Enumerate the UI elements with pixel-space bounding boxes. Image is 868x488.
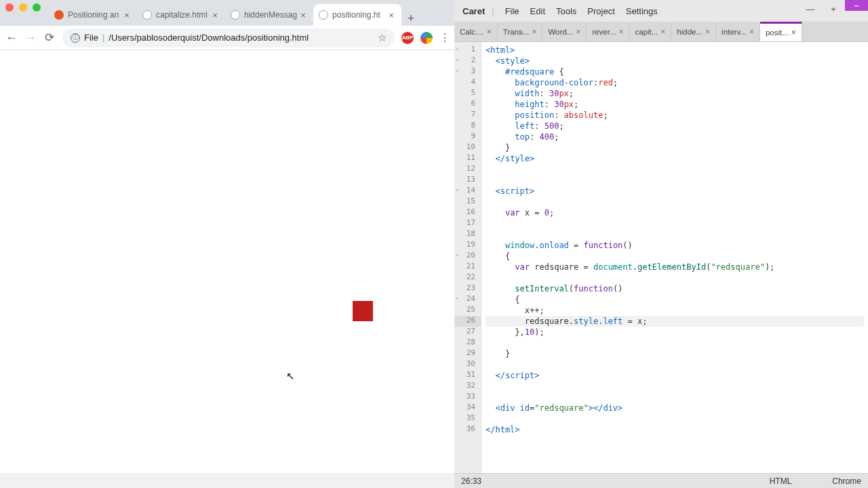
browser-tab[interactable]: positioning.ht×: [313, 4, 401, 26]
close-tab-icon[interactable]: ×: [122, 10, 132, 20]
file-tab[interactable]: capit...×: [629, 22, 671, 41]
close-file-icon[interactable]: ×: [660, 27, 665, 37]
code-line: window.onload = function(): [486, 240, 864, 251]
globe-favicon-icon: [231, 10, 240, 20]
file-tab[interactable]: interv...×: [716, 22, 760, 41]
close-file-icon[interactable]: ×: [791, 28, 796, 37]
line-number: 9: [454, 131, 481, 142]
fold-toggle-icon[interactable]: ▾: [456, 296, 459, 302]
code-line: setInterval(function(): [486, 283, 864, 294]
code-line: <html>: [486, 45, 864, 56]
browser-tab[interactable]: Positioning an×: [49, 4, 137, 26]
file-tab[interactable]: rever...×: [587, 22, 629, 41]
code-line: {: [486, 294, 864, 305]
line-number: 7: [454, 110, 481, 121]
line-number: 20▾: [454, 251, 481, 262]
browser-tab[interactable]: capitalize.html×: [137, 4, 225, 26]
site-info-icon[interactable]: ⓘ: [71, 33, 80, 43]
code-line: [486, 272, 864, 283]
fold-toggle-icon[interactable]: ▾: [456, 187, 459, 193]
menu-tools[interactable]: Tools: [551, 3, 582, 19]
line-number: 21: [454, 262, 481, 272]
mac-window-controls: [5, 3, 41, 12]
mac-maximize-icon[interactable]: [33, 3, 41, 12]
code-line: [486, 197, 864, 207]
close-tab-icon[interactable]: ×: [298, 10, 308, 20]
cursor-position: 26:33: [461, 476, 481, 486]
line-gutter: 1▾2▾3▾4567891011121314▾151617181920▾2122…: [454, 42, 481, 473]
line-number: 31: [454, 370, 481, 381]
code-line: <div id="redsquare"></div>: [486, 403, 864, 413]
render-mode[interactable]: Chrome: [832, 476, 861, 486]
file-tab[interactable]: posit...×: [760, 22, 802, 41]
new-tab-button[interactable]: +: [401, 12, 420, 26]
code-line: [486, 359, 864, 370]
fold-toggle-icon[interactable]: ▾: [456, 57, 459, 63]
browser-tab[interactable]: hiddenMessag×: [225, 4, 313, 26]
editor-maximize-button[interactable]: +: [822, 0, 845, 18]
url-scheme: File: [84, 33, 98, 43]
close-file-icon[interactable]: ×: [487, 27, 492, 37]
close-file-icon[interactable]: ×: [576, 27, 580, 37]
line-number: 17: [454, 218, 481, 229]
fold-toggle-icon[interactable]: ▾: [456, 68, 459, 74]
reload-button[interactable]: ⟳: [43, 30, 56, 45]
close-file-icon[interactable]: ×: [705, 27, 710, 37]
forward-button[interactable]: →: [24, 31, 37, 45]
code-line: [486, 229, 864, 240]
editor-window: — + ~ Caret | FileEditToolsProjectSettin…: [454, 0, 868, 488]
profile-avatar-icon[interactable]: [420, 32, 433, 44]
file-tab-label: posit...: [766, 28, 789, 37]
close-file-icon[interactable]: ×: [749, 27, 754, 37]
mac-minimize-icon[interactable]: [19, 3, 27, 12]
menu-settings[interactable]: Settings: [620, 3, 663, 19]
code-line: [486, 218, 864, 229]
browser-toolbar: ← → ⟳ ⓘ File | /Users/pablosoderquist/Do…: [0, 26, 454, 50]
line-number: 2▾: [454, 56, 481, 66]
line-number: 1▾: [454, 45, 481, 56]
line-number: 3▾: [454, 66, 481, 77]
menu-edit[interactable]: Edit: [525, 3, 551, 19]
back-button[interactable]: ←: [5, 31, 18, 45]
code-line: #redsquare {: [486, 66, 864, 77]
file-tab[interactable]: Calc....×: [454, 22, 498, 41]
file-tab-label: Trans...: [503, 28, 530, 36]
mac-close-icon[interactable]: [5, 3, 14, 12]
editor-brand: Caret: [462, 6, 485, 16]
bookmark-star-icon[interactable]: ☆: [378, 32, 387, 44]
menu-file[interactable]: File: [500, 3, 525, 19]
code-line: [486, 381, 864, 392]
browser-window: Positioning an×capitalize.html×hiddenMes…: [0, 0, 454, 488]
code-line: x++;: [486, 305, 864, 316]
page-viewport: ↖: [0, 50, 454, 473]
fold-toggle-icon[interactable]: ▾: [456, 252, 459, 258]
editor-close-button[interactable]: ~: [845, 0, 868, 11]
close-file-icon[interactable]: ×: [532, 27, 536, 37]
mouse-cursor-icon: ↖: [286, 370, 295, 382]
code-line: position: absolute;: [486, 110, 864, 121]
code-line: {: [486, 251, 864, 262]
line-number: 35: [454, 413, 481, 424]
editor-minimize-button[interactable]: —: [799, 0, 822, 18]
file-tab[interactable]: Trans...×: [498, 22, 543, 41]
browser-menu-button[interactable]: ⋮: [439, 31, 449, 44]
address-bar[interactable]: ⓘ File | /Users/pablosoderquist/Download…: [62, 28, 395, 47]
abp-extension-icon[interactable]: ABP: [401, 32, 414, 44]
line-number: 26: [454, 316, 481, 327]
line-number: 27: [454, 327, 481, 338]
close-tab-icon[interactable]: ×: [387, 10, 396, 20]
file-tab[interactable]: hidde...×: [671, 22, 716, 41]
menu-project[interactable]: Project: [582, 3, 620, 19]
fold-toggle-icon[interactable]: ▾: [456, 46, 459, 52]
code-area[interactable]: <html> <style> #redsquare { background-c…: [481, 42, 868, 473]
line-number: 30: [454, 359, 481, 370]
line-number: 23: [454, 283, 481, 294]
close-tab-icon[interactable]: ×: [210, 10, 220, 20]
file-tab-label: Word...: [548, 28, 573, 36]
code-editor[interactable]: 1▾2▾3▾4567891011121314▾151617181920▾2122…: [454, 42, 868, 473]
close-file-icon[interactable]: ×: [618, 27, 623, 37]
line-number: 36: [454, 424, 481, 435]
language-mode[interactable]: HTML: [770, 476, 792, 486]
file-tab[interactable]: Word...×: [542, 22, 587, 41]
code-line: },10);: [486, 327, 864, 338]
